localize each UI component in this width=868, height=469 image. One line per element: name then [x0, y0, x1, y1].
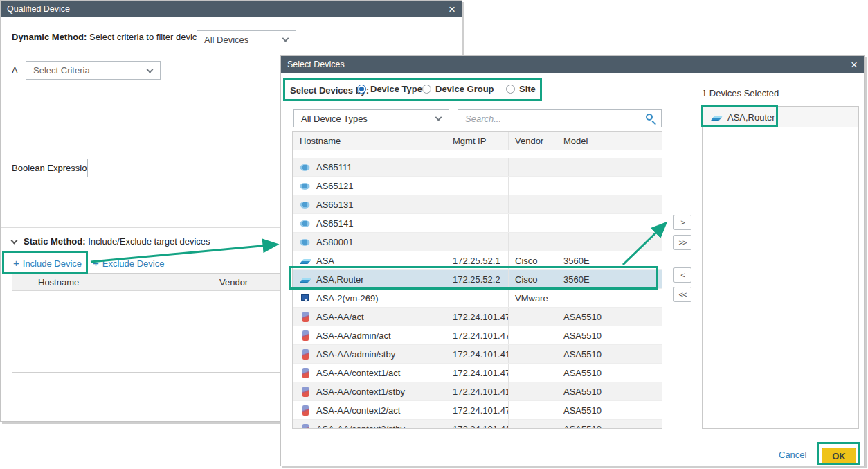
device-row[interactable]: ASA-AA/admin/stby172.24.101.41ASA5510 — [293, 345, 662, 364]
switch-icon — [300, 274, 311, 285]
collapse-chevron-icon[interactable] — [11, 238, 18, 245]
device-table: Hostname Mgmt IP Vendor Model AS65111AS6… — [292, 131, 662, 429]
criteria-row-label: A — [12, 65, 18, 76]
device-hostname: ASA-2(vm-269) — [316, 293, 379, 303]
device-vendor — [509, 214, 557, 232]
device-row[interactable]: ASA-AA/admin/act172.24.101.47ASA5510 — [293, 326, 662, 345]
device-hostname-cell: AS65121 — [293, 177, 446, 195]
device-row[interactable]: AS65141 — [293, 214, 662, 233]
radio-option-site[interactable]: Site — [506, 84, 536, 94]
device-row[interactable]: ASA-AA/context1/act172.24.101.47ASA5510 — [293, 364, 662, 382]
search-icon[interactable] — [646, 114, 653, 121]
device-hostname-cell: ASA-AA/context1/act — [293, 364, 446, 382]
cancel-button[interactable]: Cancel — [779, 450, 806, 460]
column-header-hostname: Hostname — [12, 277, 213, 287]
device-row[interactable]: AS65131 — [293, 195, 662, 214]
chevron-down-icon — [435, 114, 442, 121]
radio-label-device-group: Device Group — [435, 84, 494, 94]
device-model: ASA5510 — [557, 364, 662, 382]
all-devices-dropdown[interactable]: All Devices — [197, 30, 296, 48]
device-hostname-cell: ASA-AA/context1/stby — [293, 382, 446, 400]
device-row[interactable]: ASA-AA/context2/stby172.24.101.41ASA5510 — [293, 420, 662, 429]
device-model: ASA5510 — [557, 345, 662, 363]
device-type-dropdown[interactable]: All Device Types — [293, 109, 449, 127]
radio-label-device-type: Device Type — [370, 84, 422, 94]
move-left-button[interactable]: < — [673, 267, 691, 283]
selected-device-item[interactable]: ASA,Router — [703, 107, 858, 127]
move-all-right-button[interactable]: >> — [673, 235, 691, 250]
device-hostname-cell: ASA-2(vm-269) — [293, 289, 446, 307]
device-row[interactable]: ASA-AA/act172.24.101.47ASA5510 — [293, 308, 662, 326]
device-mgmt-ip: 172.24.101.47 — [446, 364, 509, 382]
device-row[interactable]: AS80001 — [293, 233, 662, 251]
device-row[interactable]: AS65111 — [293, 158, 662, 177]
device-vendor: Cisco — [509, 251, 557, 269]
device-hostname: AS80001 — [316, 237, 354, 247]
static-method-label: Static Method: Include/Exclude target de… — [24, 236, 210, 247]
as-node-icon — [300, 162, 311, 172]
device-row[interactable]: ASA172.25.52.1Cisco3560E — [293, 251, 662, 270]
device-model: ASA5510 — [557, 401, 662, 419]
device-mgmt-ip: 172.24.101.41 — [446, 345, 509, 363]
radio-option-device-group[interactable]: Device Group — [422, 84, 494, 94]
device-mgmt-ip: 172.25.52.2 — [446, 270, 509, 288]
device-hostname-cell: ASA — [293, 251, 446, 269]
device-vendor — [509, 233, 557, 251]
move-right-button[interactable]: > — [673, 215, 691, 230]
ok-button[interactable]: OK — [822, 448, 856, 464]
device-mgmt-ip — [446, 214, 509, 232]
static-method-label-bold: Static Method: — [24, 236, 86, 247]
device-hostname: ASA-AA/admin/act — [316, 330, 391, 341]
firewall-icon — [300, 387, 311, 397]
device-row[interactable]: AS65121 — [293, 177, 662, 195]
column-header-model: Model — [557, 132, 662, 150]
switch-icon — [300, 256, 311, 266]
close-icon[interactable]: × — [449, 3, 455, 15]
device-hostname-cell: AS80001 — [293, 233, 446, 251]
device-hostname-cell: ASA-AA/context2/stby — [293, 420, 446, 429]
device-hostname-cell: ASA-AA/act — [293, 308, 446, 326]
exclude-device-button[interactable]: +Exclude Device — [93, 257, 164, 269]
device-mgmt-ip: 172.24.101.41 — [446, 420, 509, 429]
device-hostname: ASA,Router — [316, 274, 364, 285]
include-device-label: Include Device — [23, 258, 82, 269]
device-vendor — [509, 158, 557, 176]
screen: Qualified Device × Dynamic Method: Selec… — [0, 0, 868, 469]
select-criteria-dropdown[interactable]: Select Criteria — [26, 61, 161, 80]
close-icon[interactable]: × — [851, 59, 858, 71]
device-vendor — [509, 420, 557, 429]
device-hostname-cell: ASA-AA/admin/stby — [293, 345, 446, 363]
qualified-device-title: Qualified Device — [7, 4, 70, 14]
device-model: 3560E — [557, 270, 662, 288]
device-hostname-cell: AS65141 — [293, 214, 446, 232]
plus-icon: + — [93, 257, 99, 269]
include-device-button[interactable]: +Include Device — [13, 257, 82, 269]
dynamic-method-label-bold: Dynamic Method: — [12, 32, 87, 42]
device-model: ASA5510 — [557, 326, 662, 344]
device-vendor: VMware — [509, 289, 557, 307]
device-hostname-cell: ASA-AA/admin/act — [293, 326, 446, 344]
firewall-icon — [300, 349, 311, 360]
device-hostname: ASA-AA/act — [316, 312, 364, 322]
column-header-mgmt-ip: Mgmt IP — [446, 132, 509, 150]
firewall-icon — [300, 424, 311, 430]
device-model: 3560E — [557, 251, 662, 269]
device-row[interactable]: ASA,Router172.25.52.2Cisco3560E — [293, 270, 662, 289]
search-box — [458, 109, 662, 127]
boolean-expression-input[interactable] — [87, 159, 289, 177]
device-mgmt-ip — [446, 177, 509, 195]
selected-devices-panel: ASA,Router — [702, 106, 859, 429]
boolean-expression-label: Boolean Expression: — [12, 163, 94, 173]
chevron-down-icon — [147, 66, 154, 73]
move-all-left-button[interactable]: << — [673, 287, 691, 302]
device-model — [557, 195, 662, 213]
static-method-label-rest: Include/Exclude target devices — [88, 236, 210, 247]
device-row[interactable]: ASA-2(vm-269)VMware — [293, 289, 662, 308]
selected-device-label: ASA,Router — [727, 112, 775, 123]
radio-option-device-type[interactable]: Device Type — [357, 84, 422, 94]
search-input[interactable] — [458, 109, 662, 127]
device-row[interactable]: ASA-AA/context2/act172.24.101.47ASA5510 — [293, 401, 662, 420]
device-table-body: AS65111AS65121AS65131AS65141AS80001ASA17… — [293, 150, 662, 429]
device-row[interactable]: ASA-AA/context1/stby172.24.101.41ASA5510 — [293, 382, 662, 401]
device-type-dropdown-value: All Device Types — [301, 114, 368, 124]
